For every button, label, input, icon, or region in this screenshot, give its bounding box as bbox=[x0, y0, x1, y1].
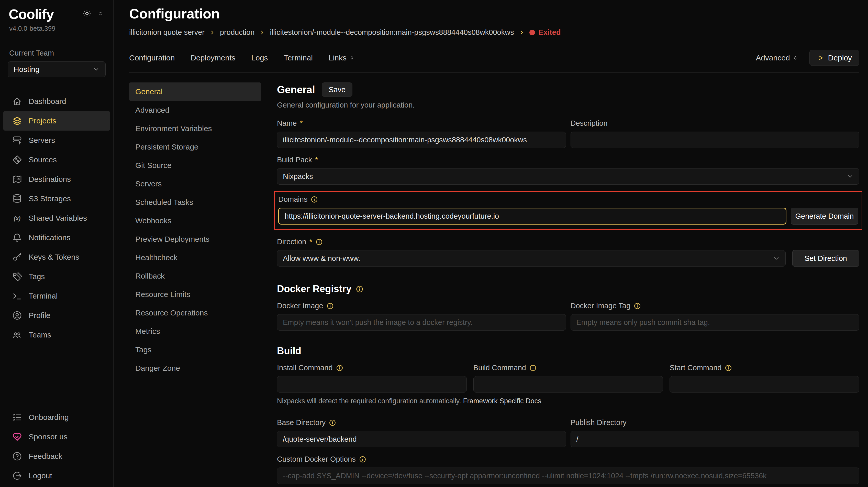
framework-docs-link[interactable]: Framework Specific Docs bbox=[463, 397, 541, 405]
sidebar-item-teams[interactable]: Teams bbox=[0, 325, 113, 345]
tab-logs[interactable]: Logs bbox=[251, 54, 268, 62]
subnav-webhooks[interactable]: Webhooks bbox=[129, 211, 261, 230]
tab-terminal[interactable]: Terminal bbox=[284, 54, 313, 62]
build-pack-select[interactable]: Nixpacks bbox=[277, 168, 859, 184]
subnav-git-source[interactable]: Git Source bbox=[129, 156, 261, 175]
tab-deployments[interactable]: Deployments bbox=[190, 54, 235, 62]
sidebar-item-s3-storages[interactable]: S3 Storages bbox=[0, 189, 113, 208]
general-form: General Save General configuration for y… bbox=[277, 82, 859, 487]
save-button[interactable]: Save bbox=[322, 82, 352, 97]
breadcrumb-project[interactable]: illicitonion quote server bbox=[129, 28, 205, 37]
theme-sun-icon[interactable] bbox=[83, 9, 91, 18]
layers-icon bbox=[12, 115, 23, 126]
info-icon bbox=[529, 364, 537, 372]
sidebar-item-destinations[interactable]: Destinations bbox=[0, 170, 113, 189]
subnav-tags[interactable]: Tags bbox=[129, 341, 261, 359]
domains-label: Domains bbox=[278, 195, 307, 204]
subnav-general[interactable]: General bbox=[129, 82, 261, 101]
publish-directory-input[interactable] bbox=[570, 431, 860, 447]
set-direction-button[interactable]: Set Direction bbox=[792, 250, 859, 266]
subnav-preview-deployments[interactable]: Preview Deployments bbox=[129, 230, 261, 248]
base-directory-input[interactable] bbox=[277, 431, 566, 447]
build-pack-label: Build Pack bbox=[277, 156, 312, 164]
build-command-field-group: Build Command bbox=[473, 364, 663, 393]
sidebar-item-notifications[interactable]: Notifications bbox=[0, 228, 113, 247]
subnav-resource-operations[interactable]: Resource Operations bbox=[129, 304, 261, 322]
breadcrumb-application[interactable]: illicitestonion/-module--decomposition:m… bbox=[270, 28, 514, 37]
start-command-field-group: Start Command bbox=[670, 364, 859, 393]
sidebar-item-profile[interactable]: Profile bbox=[0, 306, 113, 325]
custom-docker-options-field-group: Custom Docker Options bbox=[277, 455, 859, 484]
description-input[interactable] bbox=[570, 132, 860, 148]
sidebar-item-feedback[interactable]: Feedback bbox=[0, 447, 113, 466]
sidebar-item-sources[interactable]: Sources bbox=[0, 150, 113, 170]
domains-input[interactable] bbox=[278, 208, 786, 225]
breadcrumb-environment[interactable]: production bbox=[220, 28, 254, 37]
sidebar-item-sponsor[interactable]: Sponsor us bbox=[0, 427, 113, 447]
terminal-icon bbox=[12, 291, 23, 302]
play-icon bbox=[817, 54, 824, 61]
subnav-healthcheck[interactable]: Healthcheck bbox=[129, 248, 261, 267]
install-command-field-group: Install Command bbox=[277, 364, 467, 393]
start-command-label: Start Command bbox=[670, 364, 721, 372]
generate-domain-button[interactable]: Generate Domain bbox=[791, 208, 858, 225]
sidebar-item-keys-tokens[interactable]: Keys & Tokens bbox=[0, 247, 113, 267]
name-input[interactable] bbox=[277, 132, 566, 148]
sidebar-item-dashboard[interactable]: Dashboard bbox=[0, 92, 113, 111]
base-directory-label: Base Directory bbox=[277, 419, 326, 427]
build-title: Build bbox=[277, 345, 301, 356]
info-icon bbox=[329, 419, 336, 427]
sidebar-item-onboarding[interactable]: Onboarding bbox=[0, 408, 113, 427]
build-pack-field-group: Build Pack * Nixpacks bbox=[277, 156, 859, 184]
custom-docker-options-input[interactable] bbox=[277, 467, 859, 484]
subnav-resource-limits[interactable]: Resource Limits bbox=[129, 285, 261, 304]
map-icon bbox=[12, 174, 23, 184]
required-asterisk: * bbox=[315, 156, 318, 164]
subnav-persistent-storage[interactable]: Persistent Storage bbox=[129, 138, 261, 156]
collapse-sidebar-icon[interactable] bbox=[97, 10, 103, 17]
chevron-right-icon bbox=[209, 29, 215, 36]
subnav-environment-variables[interactable]: Environment Variables bbox=[129, 119, 261, 138]
section-title-general: General bbox=[277, 84, 315, 95]
svg-text:(x): (x) bbox=[14, 215, 21, 222]
sidebar-item-servers[interactable]: Servers bbox=[0, 131, 113, 150]
advanced-selector[interactable]: Advanced bbox=[756, 54, 798, 62]
subnav-advanced[interactable]: Advanced bbox=[129, 101, 261, 119]
docker-image-input[interactable] bbox=[277, 314, 566, 331]
checklist-icon bbox=[12, 412, 23, 423]
bell-icon bbox=[12, 232, 23, 243]
sidebar-item-tags[interactable]: Tags bbox=[0, 267, 113, 286]
section-subtitle: General configuration for your applicati… bbox=[277, 101, 859, 109]
key-icon bbox=[12, 252, 23, 262]
page-title: Configuration bbox=[129, 6, 859, 22]
sidebar-nav: Dashboard Projects Servers Sources Desti… bbox=[0, 92, 113, 345]
info-icon bbox=[359, 456, 367, 463]
tab-links[interactable]: Links bbox=[329, 54, 355, 62]
direction-field-group: Direction * Allow www & non-www. Set Dir… bbox=[277, 238, 859, 266]
direction-label: Direction bbox=[277, 238, 306, 246]
start-command-input[interactable] bbox=[670, 376, 859, 393]
subnav-rollback[interactable]: Rollback bbox=[129, 267, 261, 285]
docker-image-tag-input[interactable] bbox=[570, 314, 860, 331]
team-select[interactable]: Hosting bbox=[8, 61, 105, 77]
server-icon bbox=[12, 135, 23, 146]
sidebar-item-shared-variables[interactable]: (x) Shared Variables bbox=[0, 208, 113, 228]
subnav-servers[interactable]: Servers bbox=[129, 175, 261, 193]
subnav-danger-zone[interactable]: Danger Zone bbox=[129, 359, 261, 377]
direction-select[interactable]: Allow www & non-www. bbox=[277, 250, 786, 266]
build-command-input[interactable] bbox=[473, 376, 663, 393]
sidebar-item-terminal[interactable]: Terminal bbox=[0, 286, 113, 306]
subnav-scheduled-tasks[interactable]: Scheduled Tasks bbox=[129, 193, 261, 211]
tab-configuration[interactable]: Configuration bbox=[129, 54, 175, 62]
nixpacks-note: Nixpacks will detect the required config… bbox=[277, 397, 859, 405]
unfold-icon bbox=[349, 55, 355, 61]
publish-directory-field-group: Publish Directory bbox=[570, 419, 860, 447]
deploy-button[interactable]: Deploy bbox=[809, 50, 859, 66]
subnav-metrics[interactable]: Metrics bbox=[129, 322, 261, 341]
info-icon bbox=[336, 364, 343, 372]
sidebar-item-logout[interactable]: Logout bbox=[0, 466, 113, 485]
chevron-right-icon bbox=[259, 29, 265, 36]
build-command-label: Build Command bbox=[473, 364, 526, 372]
sidebar-item-projects[interactable]: Projects bbox=[3, 111, 110, 131]
install-command-input[interactable] bbox=[277, 376, 467, 393]
